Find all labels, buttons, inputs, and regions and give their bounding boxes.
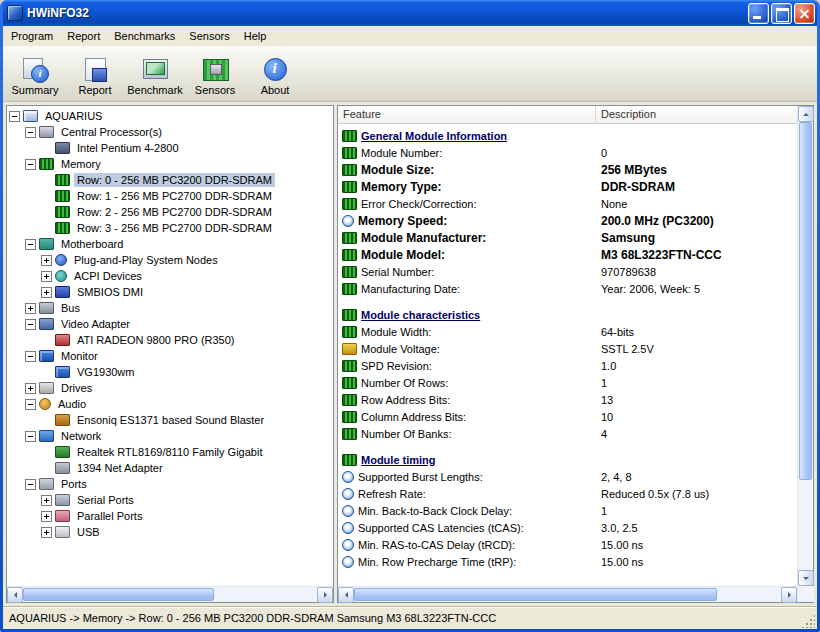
tree-item-bus[interactable]: Bus: [7, 300, 333, 316]
scroll-thumb[interactable]: [799, 122, 812, 480]
tree-horizontal-scrollbar[interactable]: [7, 586, 333, 602]
tree-item-ensoniq-es1371-based-sound-blaster[interactable]: Ensoniq ES1371 based Sound Blaster: [7, 412, 333, 428]
expand-icon[interactable]: [41, 495, 52, 506]
feature-column-header[interactable]: Feature: [338, 106, 596, 123]
titlebar[interactable]: HWiNFO32: [3, 0, 817, 26]
tree-item-realtek-rtl8169-8110-family-gigabit[interactable]: Realtek RTL8169/8110 Family Gigabit: [7, 444, 333, 460]
feature-row[interactable]: Row Address Bits:13: [338, 391, 797, 408]
feature-row[interactable]: Min. Row Precharge Time (tRP):15.00 ns: [338, 553, 797, 570]
tree-item-ati-radeon-9800-pro-r350[interactable]: ATI RADEON 9800 PRO (R350): [7, 332, 333, 348]
scroll-thumb[interactable]: [23, 588, 214, 601]
tree-item-row-2-256-mb-pc2700-ddr-sdram[interactable]: Row: 2 - 256 MB PC2700 DDR-SDRAM: [7, 204, 333, 220]
tree-item-audio[interactable]: Audio: [7, 396, 333, 412]
tree-item-smbios-dmi[interactable]: SMBIOS DMI: [7, 284, 333, 300]
collapse-icon[interactable]: [25, 239, 36, 250]
tree-item-drives[interactable]: Drives: [7, 380, 333, 396]
tree-item-row-3-256-mb-pc2700-ddr-sdram[interactable]: Row: 3 - 256 MB PC2700 DDR-SDRAM: [7, 220, 333, 236]
detail-column-headers[interactable]: Feature Description: [338, 106, 797, 124]
collapse-icon[interactable]: [9, 111, 20, 122]
menu-item-report[interactable]: Report: [60, 27, 107, 45]
feature-row[interactable]: Number Of Rows:1: [338, 374, 797, 391]
feature-row[interactable]: Number Of Banks:4: [338, 425, 797, 442]
expand-icon[interactable]: [25, 303, 36, 314]
toolbar-button-sensors[interactable]: Sensors: [185, 48, 245, 100]
feature-row[interactable]: Module Size:256 MBytes: [338, 161, 797, 178]
tree-item-1394-net-adapter[interactable]: 1394 Net Adapter: [7, 460, 333, 476]
feature-row[interactable]: Min. RAS-to-CAS Delay (tRCD):15.00 ns: [338, 536, 797, 553]
feature-row[interactable]: Supported Burst Lengths:2, 4, 8: [338, 468, 797, 485]
toolbar-button-summary[interactable]: Summary: [5, 48, 65, 100]
feature-row[interactable]: Error Check/Correction:None: [338, 195, 797, 212]
tree-item-aquarius[interactable]: AQUARIUS: [7, 108, 333, 124]
collapse-icon[interactable]: [25, 159, 36, 170]
tree-item-serial-ports[interactable]: Serial Ports: [7, 492, 333, 508]
feature-row[interactable]: Manufacturing Date:Year: 2006, Week: 5: [338, 280, 797, 297]
feature-row[interactable]: Module Voltage:SSTL 2.5V: [338, 340, 797, 357]
toolbar-button-about[interactable]: About: [245, 48, 305, 100]
expand-icon[interactable]: [41, 287, 52, 298]
scroll-down-button[interactable]: [798, 570, 814, 586]
tree-item-row-0-256-mb-pc3200-ddr-sdram[interactable]: Row: 0 - 256 MB PC3200 DDR-SDRAM: [7, 172, 333, 188]
collapse-icon[interactable]: [25, 399, 36, 410]
collapse-icon[interactable]: [25, 319, 36, 330]
tree-item-motherboard[interactable]: Motherboard: [7, 236, 333, 252]
tree-item-vg1930wm[interactable]: VG1930wm: [7, 364, 333, 380]
tree-item-label: Memory: [58, 157, 104, 171]
maximize-button[interactable]: [771, 3, 792, 24]
tree-item-central-processor-s[interactable]: Central Processor(s): [7, 124, 333, 140]
menu-item-help[interactable]: Help: [237, 27, 274, 45]
menu-item-sensors[interactable]: Sensors: [182, 27, 236, 45]
expand-icon[interactable]: [41, 255, 52, 266]
menu-item-benchmarks[interactable]: Benchmarks: [107, 27, 182, 45]
menu-item-program[interactable]: Program: [4, 27, 60, 45]
feature-row[interactable]: Module Model:M3 68L3223FTN-CCC: [338, 246, 797, 263]
scroll-track[interactable]: [354, 587, 781, 602]
expand-icon[interactable]: [41, 511, 52, 522]
tree-item-memory[interactable]: Memory: [7, 156, 333, 172]
collapse-icon[interactable]: [25, 479, 36, 490]
feature-row[interactable]: Module Width:64-bits: [338, 323, 797, 340]
feature-row[interactable]: Module Number:0: [338, 144, 797, 161]
expand-icon[interactable]: [41, 271, 52, 282]
scroll-left-button[interactable]: [338, 587, 354, 603]
scroll-track[interactable]: [798, 122, 813, 570]
feature-row[interactable]: Module Manufacturer:Samsung: [338, 229, 797, 246]
feature-row[interactable]: Refresh Rate:Reduced 0.5x (7.8 us): [338, 485, 797, 502]
expand-icon[interactable]: [41, 527, 52, 538]
scroll-up-button[interactable]: [798, 106, 814, 122]
feature-row[interactable]: Column Address Bits:10: [338, 408, 797, 425]
feature-row[interactable]: SPD Revision:1.0: [338, 357, 797, 374]
tree-item-row-1-256-mb-pc2700-ddr-sdram[interactable]: Row: 1 - 256 MB PC2700 DDR-SDRAM: [7, 188, 333, 204]
tree-item-ports[interactable]: Ports: [7, 476, 333, 492]
close-button[interactable]: [794, 3, 815, 24]
feature-row[interactable]: Min. Back-to-Back Clock Delay:1: [338, 502, 797, 519]
tree-item-acpi-devices[interactable]: ACPI Devices: [7, 268, 333, 284]
tree-item-network[interactable]: Network: [7, 428, 333, 444]
feature-row[interactable]: Memory Type:DDR-SDRAM: [338, 178, 797, 195]
tree-item-parallel-ports[interactable]: Parallel Ports: [7, 508, 333, 524]
scroll-right-button[interactable]: [317, 587, 333, 603]
description-column-header[interactable]: Description: [596, 106, 797, 123]
collapse-icon[interactable]: [25, 127, 36, 138]
tree-item-usb[interactable]: USB: [7, 524, 333, 540]
expand-icon[interactable]: [25, 383, 36, 394]
feature-row[interactable]: Supported CAS Latencies (tCAS):3.0, 2.5: [338, 519, 797, 536]
scroll-thumb[interactable]: [354, 588, 717, 601]
resize-grip[interactable]: [801, 614, 815, 628]
tree-item-video-adapter[interactable]: Video Adapter: [7, 316, 333, 332]
scroll-track[interactable]: [23, 587, 317, 602]
scroll-left-button[interactable]: [7, 587, 23, 603]
collapse-icon[interactable]: [25, 351, 36, 362]
minimize-button[interactable]: [748, 3, 769, 24]
tree-item-plug-and-play-system-nodes[interactable]: Plug-and-Play System Nodes: [7, 252, 333, 268]
feature-row[interactable]: Memory Speed:200.0 MHz (PC3200): [338, 212, 797, 229]
toolbar-button-benchmark[interactable]: Benchmark: [125, 48, 185, 100]
collapse-icon[interactable]: [25, 431, 36, 442]
toolbar-button-report[interactable]: Report: [65, 48, 125, 100]
tree-item-intel-pentium-4-2800[interactable]: Intel Pentium 4-2800: [7, 140, 333, 156]
detail-horizontal-scrollbar[interactable]: [338, 586, 797, 602]
tree-item-monitor[interactable]: Monitor: [7, 348, 333, 364]
scroll-right-button[interactable]: [781, 587, 797, 603]
feature-row[interactable]: Serial Number:970789638: [338, 263, 797, 280]
detail-vertical-scrollbar[interactable]: [797, 106, 813, 602]
